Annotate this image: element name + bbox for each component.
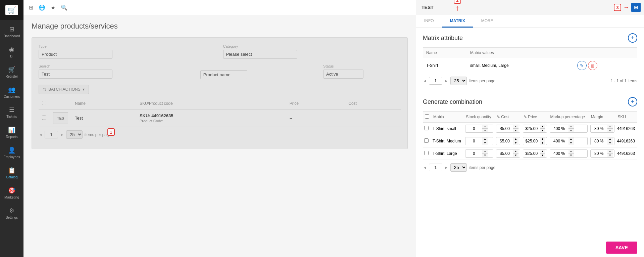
globe-icon[interactable]: 🌐	[39, 4, 45, 11]
cost-down-btn[interactable]: ▼	[513, 129, 518, 132]
margin-input[interactable]	[591, 150, 607, 157]
markup-input[interactable]	[550, 137, 568, 145]
edit-matrix-button[interactable]: ✎	[577, 61, 587, 70]
markup-input[interactable]	[550, 150, 568, 157]
panel-header: TEST 3 → ⊞	[416, 0, 644, 15]
cost-down-btn[interactable]: ▼	[513, 141, 518, 145]
type-select[interactable]: Product	[39, 50, 112, 59]
price-down-btn[interactable]: ▼	[540, 154, 545, 157]
matrix-page-input[interactable]	[429, 77, 442, 85]
pagination-prev[interactable]: ◄	[39, 132, 43, 137]
margin-input[interactable]	[591, 137, 607, 145]
price-up-btn[interactable]: ▲	[540, 125, 545, 129]
margin-up-btn[interactable]: ▲	[607, 137, 613, 141]
cost-input[interactable]	[496, 150, 513, 157]
margin-up-btn[interactable]: ▲	[607, 150, 613, 154]
stock-up-btn[interactable]: ▲	[482, 150, 488, 154]
panel-grid-btn[interactable]: ⊞	[631, 3, 641, 12]
sidebar-item-settings[interactable]: ⚙ Settings	[0, 203, 23, 223]
price-input[interactable]	[523, 150, 540, 157]
add-matrix-button[interactable]: +	[628, 33, 637, 43]
pagination-page-input[interactable]	[45, 131, 58, 138]
matrix-prev[interactable]: ◄	[423, 79, 427, 83]
price-input[interactable]	[523, 137, 540, 145]
cost-input[interactable]	[496, 125, 513, 132]
pagination-per-page-select[interactable]: 25	[66, 130, 83, 139]
tab-info[interactable]: INFO	[416, 15, 442, 28]
combo-checkbox-header	[423, 112, 431, 123]
stock-down-btn[interactable]: ▼	[482, 154, 488, 157]
tab-matrix[interactable]: MATRIX 2 ↑	[442, 15, 473, 28]
combo-row-checkbox[interactable]	[424, 138, 429, 143]
margin-down-btn[interactable]: ▼	[607, 154, 613, 157]
cost-down-btn[interactable]: ▼	[513, 154, 518, 157]
markup-down-btn[interactable]: ▼	[568, 129, 574, 132]
row-checkbox[interactable]	[42, 116, 46, 120]
combo-next[interactable]: ►	[444, 165, 448, 170]
star-icon[interactable]: ★	[51, 4, 55, 11]
annotation-2-container: 2 ↑	[454, 0, 461, 12]
sidebar-item-catalog[interactable]: 📋 Catalog	[0, 163, 23, 183]
stock-input[interactable]	[465, 150, 482, 157]
sidebar-item-reports[interactable]: 📊 Reports	[0, 122, 23, 142]
price-down-btn[interactable]: ▼	[540, 141, 545, 145]
sidebar-item-dashboard[interactable]: ⊞ Dashboard	[0, 22, 23, 42]
price-down-btn[interactable]: ▼	[540, 129, 545, 132]
stock-down-btn[interactable]: ▼	[482, 141, 488, 145]
stock-up-btn[interactable]: ▲	[482, 137, 488, 141]
stock-up-btn[interactable]: ▲	[482, 125, 488, 129]
sidebar-item-tickets[interactable]: ☰ Tickets	[0, 102, 23, 122]
sidebar-item-register[interactable]: 🛒 Register	[0, 62, 23, 82]
margin-up-btn[interactable]: ▲	[607, 125, 613, 129]
markup-up-btn[interactable]: ▲	[568, 137, 574, 141]
stock-input[interactable]	[465, 137, 482, 145]
combo-row-checkbox[interactable]	[424, 126, 429, 130]
matrix-next[interactable]: ►	[444, 79, 448, 83]
cost-up-btn[interactable]: ▲	[513, 125, 518, 129]
sidebar-item-label: Customers	[4, 95, 20, 98]
markup-input[interactable]	[550, 125, 568, 132]
markup-down-btn[interactable]: ▼	[568, 154, 574, 157]
pagination-next[interactable]: ►	[60, 132, 64, 137]
cost-up-btn[interactable]: ▲	[513, 137, 518, 141]
price-input[interactable]	[523, 125, 540, 132]
matrix-per-page-select[interactable]: 25	[450, 77, 467, 85]
price-up-btn[interactable]: ▲	[540, 150, 545, 154]
product-name-select[interactable]: Product name	[200, 70, 247, 79]
tab-more[interactable]: MORE	[473, 15, 501, 28]
table-header-cost: Cost	[345, 98, 401, 109]
markup-up-btn[interactable]: ▲	[568, 125, 574, 129]
sidebar-item-bi[interactable]: ◉ BI	[0, 42, 23, 62]
save-button[interactable]: SAVE	[606, 242, 637, 254]
matrix-attribute-section: Matrix attribute + Name Matrix values T-…	[416, 28, 644, 92]
combo-stock-header: Stock quantity	[464, 112, 495, 123]
combo-row-checkbox[interactable]	[424, 151, 429, 155]
search-input[interactable]	[39, 70, 112, 79]
price-up-btn[interactable]: ▲	[540, 137, 545, 141]
sidebar-item-customers[interactable]: 👥 Customers	[0, 82, 23, 102]
batch-actions-button[interactable]: ⇅ BATCH ACTIONS ▾	[39, 85, 89, 94]
margin-input[interactable]	[591, 125, 607, 132]
cost-input[interactable]	[496, 137, 513, 145]
status-select[interactable]: Active	[323, 70, 363, 79]
combo-per-page-select[interactable]: 25	[450, 163, 467, 172]
combo-prev[interactable]: ◄	[423, 165, 427, 170]
combo-page-input[interactable]	[429, 164, 442, 171]
sidebar-item-label: Reports	[6, 135, 17, 139]
markup-up-btn[interactable]: ▲	[568, 150, 574, 154]
stock-input[interactable]	[465, 125, 482, 132]
add-combo-button[interactable]: +	[628, 97, 637, 106]
select-all-checkbox[interactable]	[42, 101, 46, 105]
combo-select-all[interactable]	[425, 114, 429, 119]
grid-icon[interactable]: ⊞	[29, 4, 33, 11]
markup-down-btn[interactable]: ▼	[568, 141, 574, 145]
sidebar-item-employees[interactable]: 👤 Employees	[0, 142, 23, 163]
search-icon[interactable]: 🔍	[61, 4, 67, 11]
stock-down-btn[interactable]: ▼	[482, 129, 488, 132]
delete-matrix-button[interactable]: 🗑	[588, 61, 597, 70]
cost-up-btn[interactable]: ▲	[513, 150, 518, 154]
margin-down-btn[interactable]: ▼	[607, 141, 613, 145]
sidebar-item-marketing[interactable]: 🎯 Marketing	[0, 183, 23, 203]
margin-down-btn[interactable]: ▼	[607, 129, 613, 132]
category-select[interactable]: Please select	[223, 50, 297, 59]
